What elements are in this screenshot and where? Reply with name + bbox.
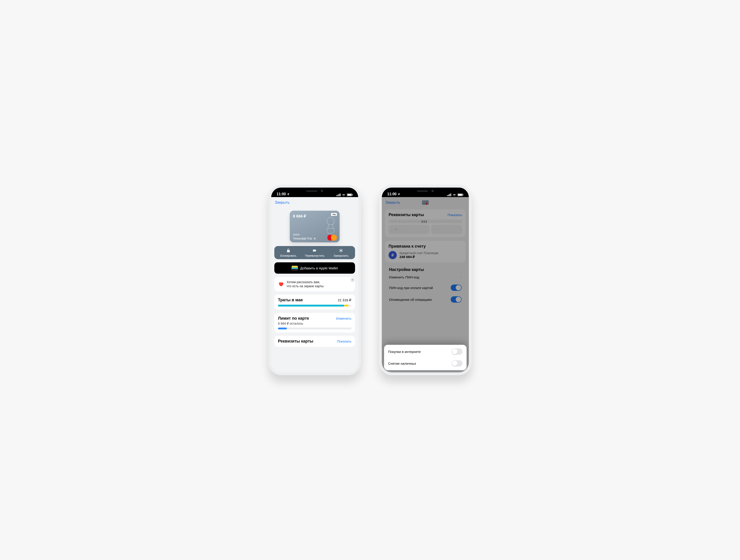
- linked-account-balance: 248 684 ₽: [399, 255, 438, 259]
- nav-bar: Закрыть: [382, 197, 469, 208]
- settings-title: Настройки карты: [385, 266, 466, 272]
- spending-progress: [278, 305, 351, 307]
- info-tip-card[interactable]: Хотим рассказать вам, что есть на экране…: [274, 277, 355, 291]
- tip-line-1: Хотим рассказать вам,: [287, 280, 323, 284]
- requisites-card-peek[interactable]: Реквизиты карты Показать: [274, 336, 355, 347]
- cash-withdraw-row[interactable]: Снятие наличных: [384, 357, 467, 369]
- online-purchases-row[interactable]: Покупки в интернете: [384, 346, 467, 357]
- chevron-right-icon: ›: [460, 275, 462, 279]
- svg-rect-8: [447, 195, 448, 196]
- spending-title: Траты в мае: [278, 298, 303, 303]
- svg-rect-13: [458, 194, 462, 196]
- ruble-badge-icon: ₽: [389, 251, 397, 259]
- mastercard-logo-icon: [328, 235, 337, 241]
- close-button[interactable]: Закрыть: [275, 200, 289, 205]
- screen-card-settings: Закрыть Реквизиты карты Показать ·· ·· ·…: [382, 197, 469, 372]
- svg-rect-1: [338, 195, 338, 196]
- svg-rect-3: [340, 194, 341, 196]
- block-card-button[interactable]: Блокировать: [275, 248, 301, 257]
- card-expiry-field[interactable]: · · / · ·: [389, 225, 430, 234]
- linked-account-name: Кредитный счет Платинум: [399, 251, 438, 255]
- battery-icon: [347, 194, 353, 196]
- card-cvc-field[interactable]: · · ·: [431, 225, 462, 234]
- wifi-icon: [342, 194, 346, 196]
- mockup-stage: 11:00 Закрыть: [227, 170, 513, 390]
- requisites-card: Реквизиты карты Показать ·· ·· ·· ·· ·· …: [385, 209, 466, 237]
- svg-rect-11: [451, 194, 451, 196]
- phone-card-overview: 11:00 Закрыть: [268, 185, 361, 375]
- location-icon: [397, 193, 400, 196]
- op-notifications-toggle[interactable]: [451, 296, 462, 303]
- op-notifications-row[interactable]: Оповещения об операциях: [385, 294, 466, 305]
- bottom-sheet: Покупки в интернете Снятие наличных: [384, 345, 467, 370]
- linked-title: Привязана к счету: [389, 244, 462, 249]
- tip-line-2: что есть на экране карты: [287, 284, 323, 288]
- heart-icon: [278, 281, 284, 287]
- cell-signal-icon: [337, 194, 341, 196]
- reissue-icon: [312, 248, 317, 253]
- svg-rect-14: [463, 194, 463, 196]
- tip-close-button[interactable]: ✕: [350, 277, 355, 282]
- device-notch: [403, 187, 448, 195]
- add-to-apple-wallet-button[interactable]: Добавить в Apple Wallet: [274, 262, 355, 274]
- freeze-card-button[interactable]: Заморозить: [328, 248, 354, 257]
- device-notch: [292, 187, 337, 195]
- spending-card[interactable]: Траты в мае 21 316 ₽: [274, 295, 355, 310]
- wifi-icon: [453, 194, 456, 196]
- pin-on-pay-toggle[interactable]: [451, 285, 462, 291]
- requisites-show-link[interactable]: Показать: [448, 213, 462, 217]
- svg-rect-9: [448, 195, 449, 196]
- cash-withdraw-toggle[interactable]: [452, 360, 462, 366]
- reissue-card-button[interactable]: Перевыпустить: [301, 248, 328, 257]
- limit-remaining: 8 684 ₽ осталось: [278, 322, 351, 325]
- lock-icon: [286, 248, 291, 253]
- nav-bar: Закрыть: [271, 197, 358, 208]
- card-actions-bar: Блокировать Перевыпустить Заморозить: [274, 246, 355, 259]
- limit-card[interactable]: Лимит по карте Изменить 8 684 ₽ осталось: [274, 313, 355, 333]
- nav-card-thumbnail-icon: [422, 200, 429, 205]
- close-button[interactable]: Закрыть: [385, 200, 400, 205]
- snowflake-icon: [339, 248, 343, 253]
- card-art-icon: [323, 216, 338, 237]
- linked-account-card[interactable]: Привязана к счету ₽ Кредитный счет Плати…: [385, 241, 466, 262]
- limit-change-link[interactable]: Изменить: [336, 317, 351, 320]
- status-time: 11:00: [277, 192, 286, 196]
- online-purchases-toggle[interactable]: [452, 348, 462, 355]
- limit-progress: [278, 328, 351, 329]
- status-time: 11:00: [387, 192, 396, 196]
- svg-rect-10: [449, 194, 450, 196]
- svg-rect-2: [339, 194, 340, 196]
- svg-rect-6: [352, 194, 353, 196]
- card-settings-section: Настройки карты Изменить ПИН-код › ПИН-к…: [385, 266, 466, 305]
- screen-card-overview: Закрыть 8 684 ₽ Pay Тинькофф Пла: [271, 197, 358, 372]
- svg-rect-0: [337, 195, 337, 196]
- apple-wallet-icon: [292, 266, 298, 270]
- svg-rect-5: [347, 194, 351, 196]
- spending-value: 21 316 ₽: [338, 298, 351, 302]
- pin-on-pay-row[interactable]: ПИН-код при оплате картой: [385, 282, 466, 294]
- phone-card-settings: 11:00 Закрыть: [379, 185, 472, 375]
- requisites-title: Реквизиты карты: [389, 213, 424, 217]
- pencil-icon: [313, 237, 316, 240]
- cell-signal-icon: [447, 194, 451, 196]
- battery-icon: [458, 194, 463, 196]
- card-product-name: Тинькофф Пла: [293, 237, 312, 240]
- location-icon: [287, 193, 289, 196]
- limit-title: Лимит по карте: [278, 316, 309, 321]
- bank-card[interactable]: 8 684 ₽ Pay Тинькофф Пла: [290, 211, 340, 242]
- change-pin-row[interactable]: Изменить ПИН-код ›: [385, 272, 466, 282]
- card-number-field[interactable]: ·· ·· ·· ·· ·· ·· ·· ·· ·· ▮▮▮: [389, 220, 462, 223]
